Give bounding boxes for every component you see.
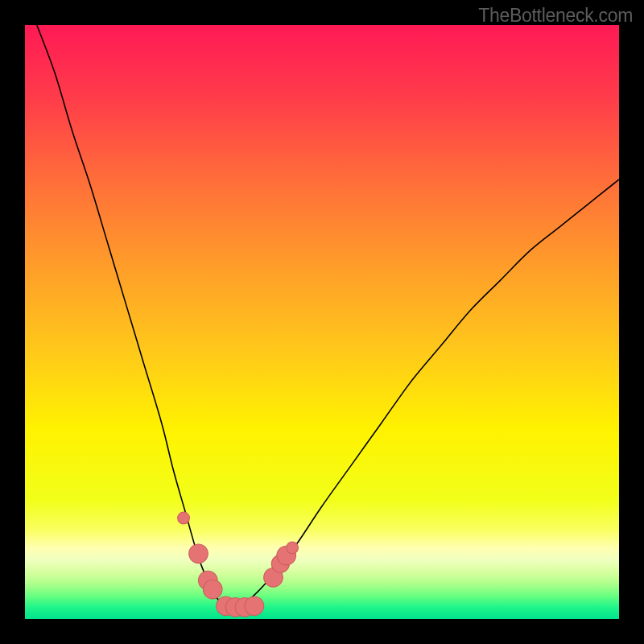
curve-marker (245, 597, 264, 616)
chart-frame: TheBottleneck.com (0, 0, 644, 644)
curve-markers (178, 512, 299, 617)
plot-area (25, 25, 619, 619)
curve-marker (189, 544, 208, 564)
curve-marker (203, 580, 222, 599)
watermark-text: TheBottleneck.com (478, 5, 633, 27)
curve-marker (178, 512, 190, 524)
curve-marker (287, 542, 299, 554)
curve-layer (25, 25, 619, 619)
bottleneck-curve (37, 25, 619, 607)
